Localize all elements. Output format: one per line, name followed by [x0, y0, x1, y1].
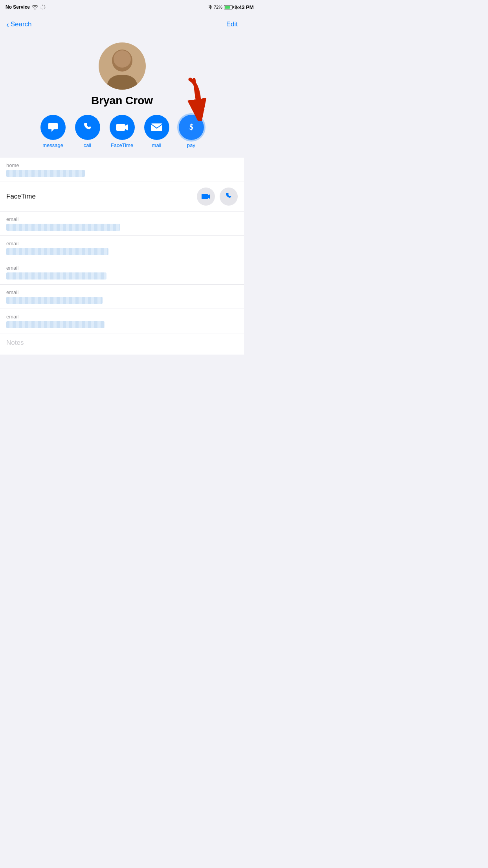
svg-line-10 [194, 79, 199, 113]
svg-text:$: $ [189, 123, 193, 131]
arrow-annotation [172, 77, 208, 121]
facetime-circle [110, 115, 135, 140]
call-circle [75, 115, 100, 140]
phone-small-icon [224, 192, 233, 201]
svg-marker-13 [125, 124, 128, 131]
email-label-5: email [6, 314, 238, 320]
notes-row[interactable]: Notes [0, 333, 244, 355]
svg-rect-16 [202, 194, 208, 199]
pay-circle: $ [179, 115, 204, 140]
email-row-3[interactable]: email [0, 260, 244, 285]
svg-marker-17 [208, 194, 210, 199]
email-label-4: email [6, 289, 238, 295]
facetime-row: FaceTime [0, 182, 244, 211]
avatar-silhouette [99, 46, 146, 90]
email-label-1: email [6, 216, 238, 222]
facetime-actions [197, 188, 238, 206]
email-value-2 [6, 248, 108, 255]
action-buttons: message call FaceTime [40, 115, 204, 148]
call-action-button[interactable]: call [75, 115, 100, 148]
facetime-audio-button[interactable] [220, 188, 238, 206]
svg-point-3 [44, 8, 45, 9]
home-phone-value [6, 170, 85, 177]
facetime-label: FaceTime [111, 142, 133, 148]
back-button[interactable]: ‹ Search [6, 20, 32, 28]
email-value-5 [6, 321, 105, 328]
phone-icon [81, 121, 94, 134]
battery-percent: 72% [214, 5, 222, 9]
svg-point-1 [44, 6, 45, 6]
battery-icon [224, 5, 234, 9]
message-circle [40, 115, 66, 140]
email-row-2[interactable]: email [0, 236, 244, 260]
info-section: home FaceTime em [0, 158, 244, 355]
status-bar: No Service 1:43 PM 72% [0, 0, 244, 14]
video-camera-icon [201, 193, 211, 200]
pay-icon: $ [185, 121, 198, 134]
nav-bar: ‹ Search Edit [0, 14, 244, 35]
svg-point-5 [40, 8, 41, 9]
svg-point-0 [42, 5, 43, 6]
svg-point-4 [42, 9, 43, 9]
message-label: message [42, 142, 63, 148]
svg-rect-12 [116, 124, 125, 131]
svg-point-8 [114, 50, 131, 68]
red-arrow-icon [172, 77, 208, 121]
facetime-row-label: FaceTime [6, 193, 36, 200]
home-phone-row[interactable]: home [0, 158, 244, 182]
email-value-3 [6, 272, 106, 280]
status-time: 1:43 PM [234, 4, 244, 10]
email-label-3: email [6, 265, 238, 271]
home-phone-label: home [6, 162, 238, 168]
contact-info: home FaceTime em [0, 158, 244, 355]
email-value-4 [6, 297, 103, 304]
profile-section: Bryan Crow [0, 35, 244, 158]
status-carrier: No Service [6, 4, 46, 10]
svg-point-2 [44, 7, 45, 7]
email-label-2: email [6, 241, 238, 246]
back-label: Search [11, 20, 32, 28]
mail-label: mail [152, 142, 161, 148]
loading-icon [40, 4, 46, 10]
bluetooth-icon [208, 4, 212, 10]
email-row-5[interactable]: email [0, 309, 244, 333]
edit-button[interactable]: Edit [226, 20, 238, 28]
message-icon [47, 121, 59, 134]
avatar [99, 42, 146, 90]
svg-point-6 [40, 7, 41, 7]
svg-rect-14 [151, 123, 162, 131]
carrier-text: No Service [6, 4, 30, 10]
facetime-video-button[interactable] [197, 188, 215, 206]
pay-label: pay [187, 142, 195, 148]
facetime-icon [116, 122, 129, 132]
message-action-button[interactable]: message [40, 115, 66, 148]
notes-placeholder: Notes [6, 339, 24, 346]
facetime-action-button[interactable]: FaceTime [110, 115, 135, 148]
mail-action-button[interactable]: mail [144, 115, 169, 148]
pay-action-button[interactable]: $ pay [179, 115, 204, 148]
email-row-4[interactable]: email [0, 285, 244, 309]
email-value-1 [6, 224, 120, 231]
mail-icon [150, 122, 163, 133]
email-row-1[interactable]: email [0, 211, 244, 236]
mail-circle [144, 115, 169, 140]
wifi-icon [32, 5, 38, 9]
contact-name: Bryan Crow [91, 94, 153, 107]
call-label: call [84, 142, 92, 148]
chevron-left-icon: ‹ [6, 20, 9, 28]
